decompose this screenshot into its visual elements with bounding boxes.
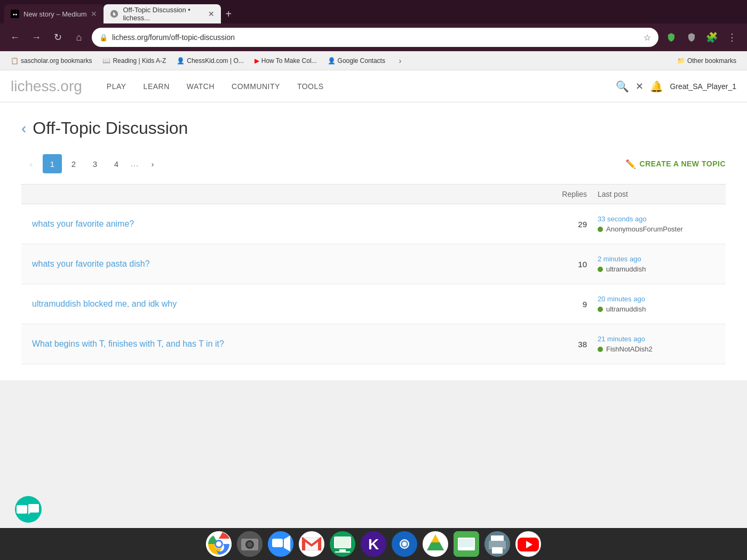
page-3-button[interactable]: 3 [85,154,105,173]
home-button[interactable]: ⌂ [70,29,88,46]
tab-add-button[interactable]: + [221,6,236,22]
nav-tools[interactable]: TOOLS [289,70,332,102]
bookmarks-more-button[interactable]: › [392,52,409,69]
tab-medium[interactable]: New story – Medium ✕ [4,4,104,23]
notification-button[interactable]: 🔔 [650,80,663,93]
taskbar-classroom-icon[interactable] [330,531,355,557]
taskbar-drive-icon[interactable] [423,531,448,557]
bookmark-gcontacts[interactable]: 👤 Google Contacts [323,56,390,66]
shield-grey-icon[interactable] [683,29,700,46]
search-button[interactable]: 🔍 [616,80,629,93]
next-page-button[interactable]: › [143,154,162,173]
topic-replies-3: 38 [534,340,587,349]
youtube-icon: ▶ [255,57,259,65]
taskbar-zoom-icon[interactable] [268,531,293,557]
puzzle-icon[interactable]: 🧩 [703,29,720,46]
taskbar-youtube-icon[interactable] [515,531,541,557]
folder-icon: 📁 [677,57,685,65]
taskbar-settings-icon[interactable] [392,531,417,557]
nav-watch[interactable]: WATCH [178,70,223,102]
nav-links: PLAY LEARN WATCH COMMUNITY TOOLS [98,70,332,102]
bookmark-chesskid[interactable]: 👤 ChessKid.com | O... [172,56,248,66]
topic-replies-2: 9 [534,300,587,309]
svg-rect-30 [459,539,474,547]
online-dot-3 [598,347,603,352]
prev-page-button[interactable]: ‹ [21,154,41,173]
other-bookmarks-label: Other bookmarks [687,57,736,65]
svg-rect-10 [272,539,283,547]
menu-icon[interactable]: ⋮ [724,29,741,46]
tab-medium-close[interactable]: ✕ [91,10,97,18]
back-arrow-button[interactable]: ‹ [21,120,26,137]
create-topic-button[interactable]: ✏️ CREATE A NEW TOPIC [625,159,726,169]
online-dot-1 [598,267,603,272]
online-dot-0 [598,227,603,232]
col-replies-header: Replies [534,190,587,198]
username-display[interactable]: Great_SA_Player_1 [670,82,736,91]
other-bookmarks[interactable]: 📁 Other bookmarks [673,56,741,66]
lichess-logo[interactable]: lichess.org [11,78,82,95]
lastpost-time-3[interactable]: 21 minutes ago [598,335,715,343]
bookmark-sascholar[interactable]: 📋 sascholar.org bookmarks [6,56,96,66]
shield-green-icon[interactable] [663,29,680,46]
svg-rect-16 [339,549,346,551]
page-1-button[interactable]: 1 [43,154,62,173]
topic-title-1[interactable]: whats your favorite pasta dish? [32,259,528,269]
online-dot-2 [598,307,603,312]
bookmark-howto[interactable]: ▶ How To Make Col... [250,56,321,66]
taskbar-kahoot-icon[interactable]: K [361,531,386,557]
topic-title-3[interactable]: What begins with T, finishes with T, and… [32,339,528,349]
topic-lastpost-2: 20 minutes ago ultramuddish [598,295,715,313]
browser-chrome: New story – Medium ✕ ♞ Off-Topic Discuss… [0,0,747,70]
lastpost-time-1[interactable]: 2 minutes ago [598,255,715,263]
forward-button[interactable]: → [28,29,45,46]
forum-row-3: What begins with T, finishes with T, and… [21,324,726,364]
forum-table-header: Replies Last post [21,184,726,204]
reload-button[interactable]: ↻ [49,29,66,46]
tab-lichess-title: Off-Topic Discussion • lichess... [123,6,204,22]
topic-title-0[interactable]: whats your favorite anime? [32,219,528,229]
sascholar-icon: 📋 [11,57,19,65]
lastpost-time-0[interactable]: 33 seconds ago [598,215,715,223]
taskbar-chrome2-icon[interactable] [454,531,479,557]
logo-suffix: .org [57,78,82,94]
medium-favicon [11,10,19,18]
url-bar[interactable]: 🔒 lichess.org/forum/off-topic-discussion… [92,28,658,47]
bookmark-star-icon[interactable]: ☆ [643,33,651,43]
bookmark-gcontacts-label: Google Contacts [338,57,385,65]
topic-lastpost-0: 33 seconds ago AnonymousForumPoster [598,215,715,233]
lastpost-username-1: ultramuddish [606,265,646,273]
close-search-button[interactable]: ✕ [635,81,643,92]
tab-lichess[interactable]: ♞ Off-Topic Discussion • lichess... ✕ [104,4,221,23]
topic-lastpost-1: 2 minutes ago ultramuddish [598,255,715,273]
lock-icon: 🔒 [99,34,108,42]
lichess-page: lichess.org PLAY LEARN WATCH COMMUNITY T… [0,70,747,529]
topic-title-2[interactable]: ultramuddish blocked me, and idk why [32,299,528,309]
main-content: ‹ Off-Topic Discussion ‹ 1 2 3 4 … › ✏️ … [0,102,747,380]
svg-rect-15 [335,538,350,547]
taskbar-gmail-icon[interactable] [299,531,324,557]
nav-play[interactable]: PLAY [98,70,135,102]
taskbar-chrome-icon[interactable] [206,531,232,557]
lastpost-user-0: AnonymousForumPoster [598,225,715,233]
forum-row-1: whats your favorite pasta dish? 10 2 min… [21,244,726,284]
tab-lichess-close[interactable]: ✕ [208,10,214,18]
taskbar-camera-icon[interactable] [237,531,263,557]
chesskid-icon: 👤 [177,57,185,65]
page-4-button[interactable]: 4 [107,154,126,173]
nav-learn[interactable]: LEARN [135,70,178,102]
col-lastpost-header: Last post [598,190,715,198]
lichess-nav: lichess.org PLAY LEARN WATCH COMMUNITY T… [0,70,747,102]
back-button[interactable]: ← [6,29,23,46]
page-2-button[interactable]: 2 [64,154,83,173]
topic-replies-0: 29 [534,220,587,229]
nav-community[interactable]: COMMUNITY [223,70,289,102]
taskbar-print-icon[interactable] [484,531,510,557]
bookmark-reading[interactable]: 📖 Reading | Kids A-Z [98,56,170,66]
chat-bubble[interactable] [15,496,42,523]
lastpost-username-2: ultramuddish [606,305,646,313]
lichess-favicon: ♞ [110,10,118,18]
lastpost-time-2[interactable]: 20 minutes ago [598,295,715,303]
browser-actions: 🧩 ⋮ [663,29,741,46]
pencil-icon: ✏️ [625,159,637,169]
